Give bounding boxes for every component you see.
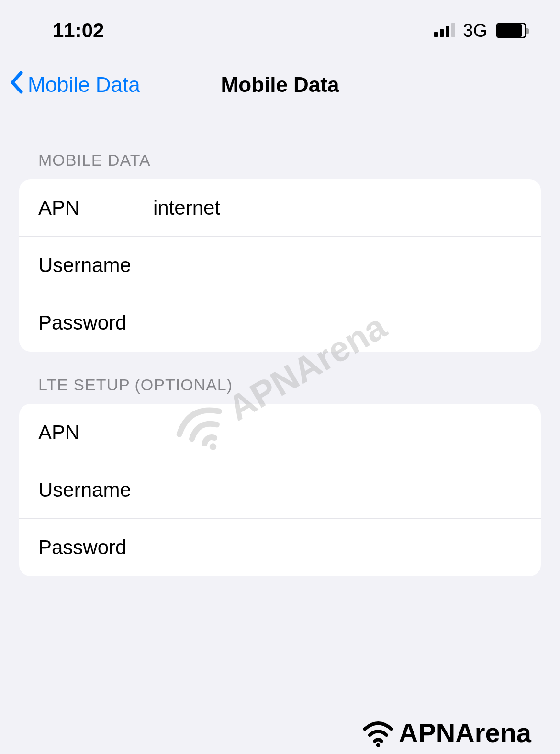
settings-group-mobile-data: APN Username Password bbox=[19, 179, 541, 352]
settings-row-lte-username[interactable]: Username bbox=[19, 461, 541, 519]
svg-point-1 bbox=[376, 743, 380, 747]
settings-row-username[interactable]: Username bbox=[19, 237, 541, 294]
navigation-bar: Mobile Data Mobile Data bbox=[0, 57, 560, 127]
status-indicators: 3G bbox=[434, 21, 526, 41]
lte-password-input[interactable] bbox=[153, 536, 522, 559]
password-input[interactable] bbox=[153, 311, 522, 334]
lte-apn-input[interactable] bbox=[153, 421, 522, 444]
row-label: Username bbox=[38, 479, 153, 502]
watermark-corner-text: APNArena bbox=[399, 717, 531, 748]
row-label: Password bbox=[38, 536, 153, 559]
row-label: Password bbox=[38, 311, 153, 334]
chevron-left-icon bbox=[10, 71, 23, 98]
section-header-lte-setup: LTE SETUP (OPTIONAL) bbox=[0, 352, 560, 404]
settings-row-password[interactable]: Password bbox=[19, 294, 541, 352]
settings-group-lte-setup: APN Username Password bbox=[19, 404, 541, 576]
watermark-corner: APNArena bbox=[361, 716, 531, 749]
battery-icon bbox=[496, 23, 526, 38]
status-bar: 11:02 3G bbox=[0, 0, 560, 57]
row-label: APN bbox=[38, 421, 153, 444]
section-header-mobile-data: MOBILE DATA bbox=[0, 127, 560, 179]
network-type: 3G bbox=[463, 21, 487, 41]
status-time: 11:02 bbox=[53, 19, 104, 42]
signal-strength-icon bbox=[434, 24, 455, 37]
settings-row-lte-apn[interactable]: APN bbox=[19, 404, 541, 461]
back-button[interactable]: Mobile Data bbox=[10, 71, 140, 98]
page-title: Mobile Data bbox=[221, 73, 339, 97]
row-label: Username bbox=[38, 254, 153, 277]
back-label: Mobile Data bbox=[28, 73, 140, 97]
apn-input[interactable] bbox=[153, 196, 522, 219]
settings-row-apn[interactable]: APN bbox=[19, 179, 541, 237]
settings-row-lte-password[interactable]: Password bbox=[19, 519, 541, 576]
row-label: APN bbox=[38, 196, 153, 219]
lte-username-input[interactable] bbox=[153, 479, 522, 502]
username-input[interactable] bbox=[153, 254, 522, 277]
wifi-icon bbox=[361, 716, 395, 749]
